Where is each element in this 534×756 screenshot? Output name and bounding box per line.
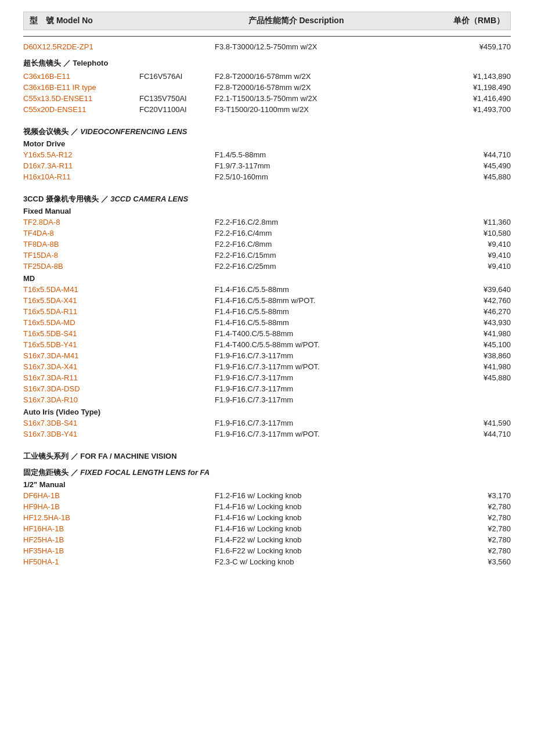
product-desc: F1.9-F16.C/7.3-117mm (215, 395, 418, 404)
product-desc: F1.2-F16 w/ Locking knob (215, 491, 418, 500)
product-price: ¥45,490 (418, 161, 511, 170)
product-model: T16x5.5DB-S41 (23, 329, 139, 338)
product-model: TF15DA-8 (23, 251, 139, 260)
product-model: T16x5.5DA-R11 (23, 307, 139, 316)
product-desc: F2.5/10-160mm (215, 172, 418, 181)
product-model: TF25DA-8B (23, 262, 139, 271)
product-model: C55x20D-ENSE11 (23, 105, 139, 114)
product-model: HF35HA-1B (23, 546, 139, 555)
product-desc: F2.2-F16.C/15mm (215, 251, 418, 260)
table-row: TF4DA-8F2.2-F16.C/4mm¥10,580 (23, 228, 511, 239)
table-row: C36x16B-E11 IR typeF2.8-T2000/16-578mm w… (23, 82, 511, 93)
header-row: 型 號 Model No 产品性能简介 Description 单价（RMB） (23, 12, 511, 30)
table-row: HF25HA-1BF1.4-F22 w/ Locking knob¥2,780 (23, 534, 511, 545)
product-price: ¥41,980 (418, 329, 511, 338)
subsection-title-20: MD (23, 274, 511, 283)
spacer-6 (23, 115, 511, 121)
product-model: T16x5.5DB-Y41 (23, 340, 139, 349)
section-title-1: 超长焦镜头 ／ Telephoto (23, 58, 511, 69)
product-price: ¥9,410 (418, 251, 511, 260)
product-desc: F1.6-F22 w/ Locking knob (215, 546, 418, 555)
product-desc: F1.4/5.5-88mm (215, 150, 418, 159)
product-desc: F2.2-F16.C/25mm (215, 262, 418, 271)
product-desc: F1.4-F16 w/ Locking knob (215, 502, 418, 511)
product-extra: FC20V1100AI (139, 105, 215, 114)
product-price: ¥43,930 (418, 318, 511, 327)
product-model: HF9HA-1B (23, 502, 139, 511)
product-price: ¥39,640 (418, 285, 511, 294)
product-desc: F1.9-F16.C/7.3-117mm w/POT. (215, 430, 418, 438)
table-row: T16x5.5DA-M41F1.4-F16.C/5.5-88mm¥39,640 (23, 284, 511, 295)
table-row: S16x7.3DA-R11F1.9-F16.C/7.3-117mm¥45,880 (23, 372, 511, 383)
table-row: HF50HA-1F2.3-C w/ Locking knob¥3,560 (23, 556, 511, 567)
product-price: ¥10,580 (418, 229, 511, 237)
product-price: ¥45,100 (418, 340, 511, 349)
product-desc: F2.2-F16.C/8mm (215, 240, 418, 249)
product-desc: F2.8-T2000/16-578mm w/2X (215, 72, 418, 81)
product-desc: F3.8-T3000/12.5-750mm w/2X (215, 42, 418, 51)
product-model: S16x7.3DA-R10 (23, 395, 139, 404)
product-model: HF16HA-1B (23, 524, 139, 533)
table-row: TF15DA-8F2.2-F16.C/15mm¥9,410 (23, 250, 511, 261)
product-desc: F1.9-F16.C/7.3-117mm (215, 351, 418, 360)
product-extra: FC16V576AI (139, 72, 215, 81)
header-desc: 产品性能简介 Description (181, 16, 412, 26)
table-row: T16x5.5DB-S41F1.4-T400.C/5.5-88mm¥41,980 (23, 328, 511, 339)
subsection-title-8: Motor Drive (23, 139, 511, 148)
product-price: ¥41,590 (418, 419, 511, 427)
section-title-37: 固定焦距镜头 ／ FIXED FOCAL LENGTH LENS for FA (23, 467, 511, 478)
product-model: C55x13.5D-ENSE11 (23, 94, 139, 103)
product-price: ¥2,780 (418, 502, 511, 511)
product-desc: F1.4-F16 w/ Locking knob (215, 524, 418, 533)
product-model: H16x10A-R11 (23, 172, 139, 181)
product-price: ¥11,360 (418, 218, 511, 226)
product-model: HF25HA-1B (23, 535, 139, 544)
section-title-zh: 视频会议镜头 ／ (23, 127, 80, 136)
product-model: S16x7.3DA-M41 (23, 351, 139, 360)
product-price: ¥9,410 (418, 262, 511, 271)
product-desc: F1.4-F16.C/5.5-88mm (215, 318, 418, 327)
product-price: ¥41,980 (418, 362, 511, 371)
product-desc: F1.4-F22 w/ Locking knob (215, 535, 418, 544)
section-title-en: VIDEOCONFERENCING LENS (80, 127, 187, 136)
product-model: S16x7.3DA-X41 (23, 362, 139, 371)
product-model: TF2.8DA-8 (23, 218, 139, 226)
product-model: S16x7.3DA-R11 (23, 373, 139, 382)
table-row: Y16x5.5A-R12F1.4/5.5-88mm¥44,710 (23, 149, 511, 160)
section-title-13: 3CCD 摄像机专用镜头 ／ 3CCD CAMERA LENS (23, 194, 511, 204)
product-price: ¥2,780 (418, 513, 511, 522)
section-title-en: FIXED FOCAL LENGTH LENS for FA (80, 468, 210, 477)
content-area: D60X12.5R2DE-ZP1F3.8-T3000/12.5-750mm w/… (23, 41, 511, 567)
product-desc: F1.4-F16 w/ Locking knob (215, 513, 418, 522)
table-row: S16x7.3DA-M41F1.9-F16.C/7.3-117mm¥38,860 (23, 350, 511, 361)
product-model: HF12.5HA-1B (23, 513, 139, 522)
header-model: 型 號 Model No (30, 16, 181, 26)
table-row: T16x5.5DB-Y41F1.4-T400.C/5.5-88mm w/POT.… (23, 339, 511, 350)
table-row: T16x5.5DA-X41F1.4-F16.C/5.5-88mm w/POT.¥… (23, 295, 511, 306)
product-model: S16x7.3DA-DSD (23, 384, 139, 393)
product-model: S16x7.3DB-S41 (23, 419, 139, 427)
table-row: T16x5.5DA-MDF1.4-F16.C/5.5-88mm¥43,930 (23, 317, 511, 328)
section-title-zh: 工业镜头系列 ／ (23, 452, 80, 460)
header-price: 单价（RMB） (412, 16, 504, 26)
table-row: S16x7.3DB-S41F1.9-F16.C/7.3-117mm¥41,590 (23, 417, 511, 429)
product-desc: F1.9/7.3-117mm (215, 161, 418, 170)
table-row: DF6HA-1BF1.2-F16 w/ Locking knob¥3,170 (23, 490, 511, 501)
product-desc: F1.4-F16.C/5.5-88mm (215, 307, 418, 316)
table-row: HF16HA-1BF1.4-F16 w/ Locking knob¥2,780 (23, 523, 511, 534)
table-row: H16x10A-R11F2.5/10-160mm¥45,880 (23, 171, 511, 182)
product-price: ¥42,760 (418, 296, 511, 305)
subsection-title-38: 1/2" Manual (23, 480, 511, 489)
table-row: C36x16B-E11FC16V576AIF2.8-T2000/16-578mm… (23, 71, 511, 82)
table-row: T16x5.5DA-R11F1.4-F16.C/5.5-88mm¥46,270 (23, 306, 511, 317)
table-row: HF35HA-1BF1.6-F22 w/ Locking knob¥2,780 (23, 545, 511, 556)
header-divider (23, 36, 511, 37)
product-desc: F2.8-T2000/16-578mm w/2X (215, 83, 418, 92)
product-desc: F1.4-T400.C/5.5-88mm (215, 329, 418, 338)
product-model: DF6HA-1B (23, 491, 139, 500)
product-desc: F1.4-F16.C/5.5-88mm w/POT. (215, 296, 418, 305)
table-row: D60X12.5R2DE-ZP1F3.8-T3000/12.5-750mm w/… (23, 41, 511, 52)
table-row: C55x20D-ENSE11FC20V1100AIF3-T1500/20-110… (23, 104, 511, 115)
subsection-title-32: Auto Iris (Video Type) (23, 408, 511, 416)
product-desc: F2.2-F16.C/2.8mm (215, 218, 418, 226)
